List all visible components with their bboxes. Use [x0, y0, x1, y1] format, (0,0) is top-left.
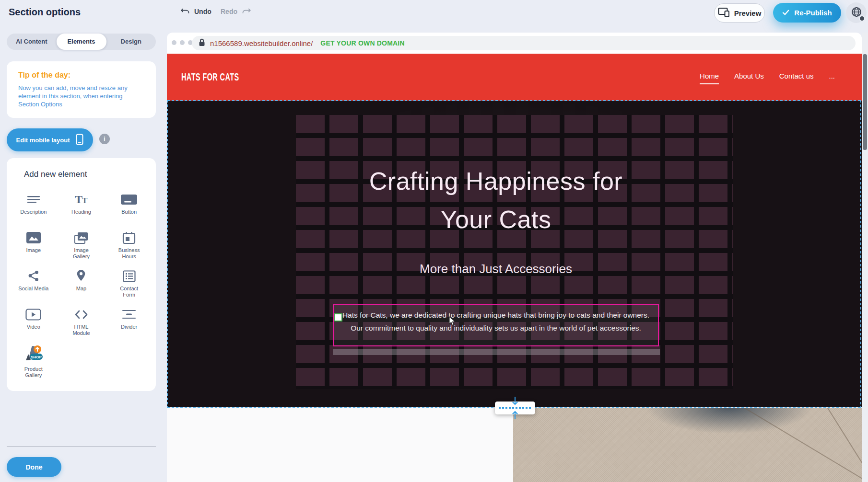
- divider-icon: [122, 306, 136, 322]
- preview-button[interactable]: Preview: [714, 3, 765, 23]
- image-icon: [26, 230, 41, 246]
- traffic-dot: [172, 40, 176, 45]
- undo-button[interactable]: Undo: [180, 7, 211, 16]
- traffic-dot: [180, 40, 185, 45]
- undo-icon: [180, 7, 190, 16]
- page-title: Section options: [9, 7, 81, 18]
- arrow-down-icon: [512, 397, 518, 406]
- html-module-icon: [74, 306, 88, 322]
- hero-heading[interactable]: Crafting Happiness for Your Cats: [167, 162, 825, 239]
- tab-design[interactable]: Design: [106, 34, 156, 50]
- phone-icon: [76, 134, 83, 147]
- element-social-media[interactable]: Social Media: [10, 263, 58, 301]
- devices-icon: [718, 7, 730, 19]
- svg-text:T: T: [82, 196, 88, 205]
- app-window: Section options Undo Redo Preview Re-Pub…: [0, 0, 868, 482]
- map-icon: [76, 268, 86, 284]
- get-domain-link[interactable]: GET YOUR OWN DOMAIN: [320, 39, 404, 47]
- lock-icon: [199, 38, 205, 48]
- button-icon: [120, 191, 138, 207]
- add-element-panel: Add new element Description TT Heading B…: [7, 158, 156, 391]
- edit-mobile-label: Edit mobile layout: [16, 137, 70, 144]
- tab-ai-content[interactable]: AI Content: [7, 34, 57, 50]
- redo-label: Redo: [221, 8, 237, 15]
- paragraph-line-2: Our commitment to quality and individual…: [305, 324, 687, 333]
- hero-subtitle[interactable]: More than Just Accessories: [167, 262, 825, 276]
- element-business-hours[interactable]: Business Hours: [105, 224, 153, 263]
- redo-icon: [241, 7, 251, 16]
- resize-handle-green[interactable]: [334, 313, 342, 321]
- business-hours-icon: [122, 230, 136, 246]
- globe-status-dot: [859, 15, 865, 22]
- site-nav: Home About Us Contact us ...: [700, 72, 835, 84]
- element-image[interactable]: Image: [10, 224, 58, 263]
- site-logo[interactable]: HATS FOR CATS: [181, 72, 239, 84]
- undo-label: Undo: [194, 8, 211, 15]
- selected-text-element[interactable]: Hats for Cats, we are dedicated to craft…: [333, 304, 659, 346]
- product-gallery-icon: SHOP: [23, 344, 44, 365]
- next-section-background: [167, 408, 513, 482]
- element-map[interactable]: Map: [58, 263, 106, 301]
- image-gallery-icon: [74, 230, 89, 246]
- check-icon: [782, 9, 789, 17]
- element-heading[interactable]: TT Heading: [58, 186, 106, 224]
- pavement-seam: [701, 408, 862, 482]
- add-element-title: Add new element: [24, 170, 87, 179]
- element-video[interactable]: Video: [10, 301, 58, 339]
- site-url: n1566589.websitebuilder.online/: [210, 39, 313, 47]
- nav-about-us[interactable]: About Us: [734, 72, 764, 80]
- element-button[interactable]: Button: [105, 186, 153, 224]
- tip-title: Tip of the day:: [18, 71, 144, 80]
- tab-elements[interactable]: Elements: [57, 34, 106, 50]
- heading-icon: TT: [74, 191, 88, 207]
- edit-mobile-layout-button[interactable]: Edit mobile layout: [7, 128, 93, 151]
- hero-section[interactable]: Crafting Happiness for Your Cats More th…: [167, 101, 862, 407]
- element-contact-form[interactable]: Contact Form: [105, 263, 153, 301]
- republish-label: Re-Publish: [794, 9, 832, 17]
- redo-button[interactable]: Redo: [221, 7, 251, 16]
- paragraph-line-1: Hats for Cats, we are dedicated to craft…: [305, 311, 687, 320]
- scrollbar-thumb[interactable]: [863, 54, 867, 150]
- nav-contact-us[interactable]: Contact us: [779, 72, 814, 80]
- video-icon: [25, 306, 41, 322]
- hero-tile-pattern: [296, 115, 733, 389]
- nav-more-ellipsis[interactable]: ...: [829, 72, 835, 80]
- svg-text:SHOP: SHOP: [31, 355, 42, 359]
- language-globe-button[interactable]: [846, 2, 867, 23]
- section-border-right: [860, 100, 861, 408]
- site-header: HATS FOR CATS Home About Us Contact us .…: [167, 54, 862, 101]
- resize-dashed-line: [499, 407, 531, 409]
- arrow-up-icon: [512, 410, 518, 419]
- element-product-gallery[interactable]: SHOP Product Gallery: [10, 339, 58, 378]
- element-image-gallery[interactable]: Image Gallery: [58, 224, 106, 263]
- address-bar[interactable]: n1566589.websitebuilder.online/ GET YOUR…: [192, 36, 856, 50]
- contact-form-icon: [123, 268, 136, 284]
- pavement-seam: [807, 408, 862, 470]
- tip-body: Now you can add, move and resize any ele…: [18, 84, 144, 108]
- element-html-module[interactable]: HTML Module: [58, 301, 106, 339]
- social-media-icon: [28, 268, 39, 284]
- browser-traffic-dots: [172, 40, 193, 45]
- element-description[interactable]: Description: [10, 186, 58, 224]
- description-icon: [27, 191, 40, 207]
- element-grid: Description TT Heading Button Image Imag…: [10, 186, 153, 378]
- republish-button[interactable]: Re-Publish: [773, 3, 841, 23]
- nav-home[interactable]: Home: [700, 72, 719, 84]
- tip-of-the-day-card: Tip of the day: Now you can add, move an…: [7, 61, 156, 118]
- preview-label: Preview: [734, 9, 762, 17]
- svg-text:T: T: [75, 193, 82, 206]
- sidebar-tab-bar: AI Content Elements Design: [7, 34, 156, 50]
- element-divider[interactable]: Divider: [105, 301, 153, 339]
- sidebar-divider: [7, 447, 156, 447]
- text-element-footer-strip: [333, 349, 660, 355]
- next-section-image: [513, 408, 862, 482]
- section-resize-handle[interactable]: [495, 402, 535, 414]
- info-icon[interactable]: i: [99, 134, 110, 144]
- section-border-top: [167, 100, 861, 101]
- section-border-left: [167, 100, 168, 408]
- done-button[interactable]: Done: [7, 457, 61, 477]
